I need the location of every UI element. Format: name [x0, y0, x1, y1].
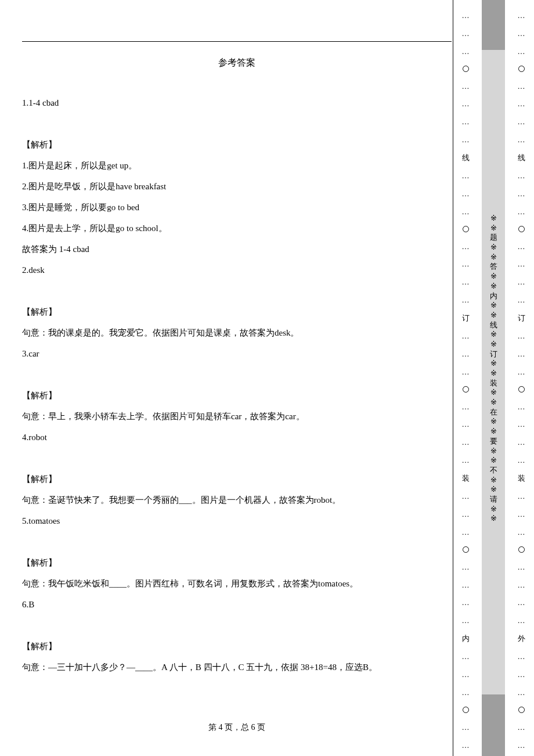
margin-glyph: ※	[490, 418, 497, 426]
margin-glyph: 答	[490, 263, 497, 271]
text-line: 3.car	[22, 343, 452, 364]
margin-glyph: ※	[490, 331, 497, 339]
margin-glyph: …	[518, 420, 525, 428]
text-line: 故答案为 1-4 cbad	[22, 239, 452, 260]
text-line: 【解析】	[22, 469, 452, 489]
text-line: 句意：早上，我乘小轿车去上学。依据图片可知是轿车car，故答案为car。	[22, 406, 452, 427]
margin-glyph: …	[518, 208, 525, 215]
margin-glyph: ※	[490, 389, 497, 397]
text-line: 2.desk	[22, 260, 452, 280]
margin-glyph: ※	[490, 428, 497, 435]
text-line: 【解析】	[22, 134, 452, 155]
margin-glyph: …	[518, 118, 525, 125]
margin-glyph: …	[462, 82, 470, 90]
margin-glyph: ※	[490, 283, 497, 290]
margin-glyph: 线	[462, 154, 470, 161]
margin-glyph: …	[518, 82, 525, 90]
text-line: 句意：—三十加十八多少？—____。A 八十，B 四十八，C 五十九，依据 38…	[22, 657, 452, 678]
blank-line	[22, 280, 452, 301]
text-line: 句意：圣诞节快来了。我想要一个秀丽的___。图片是一个机器人，故答案为robot…	[22, 489, 452, 510]
margin-glyph: 在	[490, 409, 497, 416]
text-line: 【解析】	[22, 385, 452, 406]
punch-circle-icon	[518, 66, 525, 72]
margin-glyph: …	[462, 118, 470, 125]
punch-circle-icon	[518, 386, 525, 393]
margin-glyph: 要	[490, 438, 497, 445]
margin-glyph: 订	[518, 314, 525, 322]
text-line: 2.图片是吃早饭，所以是have breakfast	[22, 176, 452, 197]
margin-separator	[453, 0, 453, 756]
margin-glyph: ※	[490, 448, 497, 455]
margin-glyph: …	[518, 617, 525, 624]
margin-glyph: 线	[490, 322, 497, 329]
margin-glyph: …	[462, 403, 470, 411]
margin-glyph: …	[462, 172, 470, 179]
margin-glyph: …	[462, 190, 470, 197]
margin-glyph: 订	[462, 314, 470, 322]
margin-glyph: ※	[490, 370, 497, 377]
margin-glyph: 装	[490, 380, 497, 387]
margin-glyph: …	[462, 332, 470, 340]
margin-glyph: …	[518, 260, 525, 268]
margin-glyph: …	[462, 617, 470, 624]
margin-col-outer: …………………线…………………订…………………装…………………外……………	[515, 12, 527, 749]
text-line: 1.1-4 cbad	[22, 92, 452, 113]
margin-glyph: …	[462, 100, 470, 107]
margin-glyph: …	[518, 172, 525, 179]
page-content-area: 参考答案 1.1-4 cbad【解析】1.图片是起床，所以是get up。2.图…	[22, 0, 452, 756]
punch-circle-icon	[463, 546, 469, 553]
punch-circle-icon	[463, 226, 469, 232]
margin-glyph: …	[462, 510, 470, 518]
margin-glyph: …	[462, 350, 470, 358]
margin-glyph: …	[462, 278, 470, 286]
punch-circle-icon	[518, 226, 525, 232]
margin-glyph: …	[462, 243, 470, 250]
text-line: 4.robot	[22, 427, 452, 448]
margin-glyph: 题	[490, 234, 497, 242]
binding-margin: …………………线…………………订…………………装…………………内…………… ※※…	[453, 0, 534, 756]
margin-glyph: …	[518, 30, 525, 37]
margin-glyph: …	[518, 438, 525, 446]
margin-glyph: 订	[490, 351, 497, 358]
margin-glyph: …	[462, 581, 470, 589]
margin-glyph: …	[462, 12, 470, 19]
margin-glyph: …	[462, 48, 470, 55]
margin-glyph: …	[518, 510, 525, 518]
margin-col-inner: …………………线…………………订…………………装…………………内……………	[460, 12, 471, 749]
body-content: 参考答案 1.1-4 cbad【解析】1.图片是起床，所以是get up。2.图…	[22, 57, 452, 678]
margin-glyph: …	[462, 528, 470, 536]
punch-circle-icon	[518, 707, 525, 713]
grey-band-bottom	[482, 694, 505, 756]
margin-glyph: …	[518, 332, 525, 340]
text-line: 【解析】	[22, 552, 452, 573]
margin-glyph: …	[518, 100, 525, 107]
margin-glyph: …	[518, 278, 525, 286]
margin-glyph: …	[518, 243, 525, 250]
blank-line	[22, 615, 452, 636]
margin-glyph: ※	[490, 215, 497, 222]
margin-glyph: …	[462, 456, 470, 464]
margin-glyph: …	[518, 403, 525, 411]
margin-glyph: ※	[490, 360, 497, 368]
margin-glyph: …	[462, 136, 470, 143]
margin-glyph: …	[518, 368, 525, 376]
page-footer: 第 4 页，总 6 页	[22, 722, 452, 733]
margin-glyph: ※	[490, 302, 497, 309]
margin-glyph: …	[518, 689, 525, 696]
margin-glyph: …	[462, 599, 470, 606]
margin-glyph: …	[518, 741, 525, 749]
text-line: 句意：我的课桌是的。我宠爱它。依据图片可知是课桌，故答案为desk。	[22, 322, 452, 343]
margin-glyph: ※	[490, 225, 497, 232]
margin-glyph: …	[462, 420, 470, 428]
text-line: 1.图片是起床，所以是get up。	[22, 155, 452, 176]
margin-glyph: ※	[490, 244, 497, 251]
margin-glyph: 装	[518, 474, 525, 482]
margin-glyph: …	[518, 492, 525, 500]
margin-glyph: 线	[518, 154, 525, 161]
blank-line	[22, 113, 452, 134]
margin-glyph: …	[462, 30, 470, 37]
text-line: 【解析】	[22, 636, 452, 657]
margin-glyph: …	[462, 723, 470, 731]
margin-glyph: …	[462, 296, 470, 304]
margin-glyph: …	[462, 438, 470, 446]
